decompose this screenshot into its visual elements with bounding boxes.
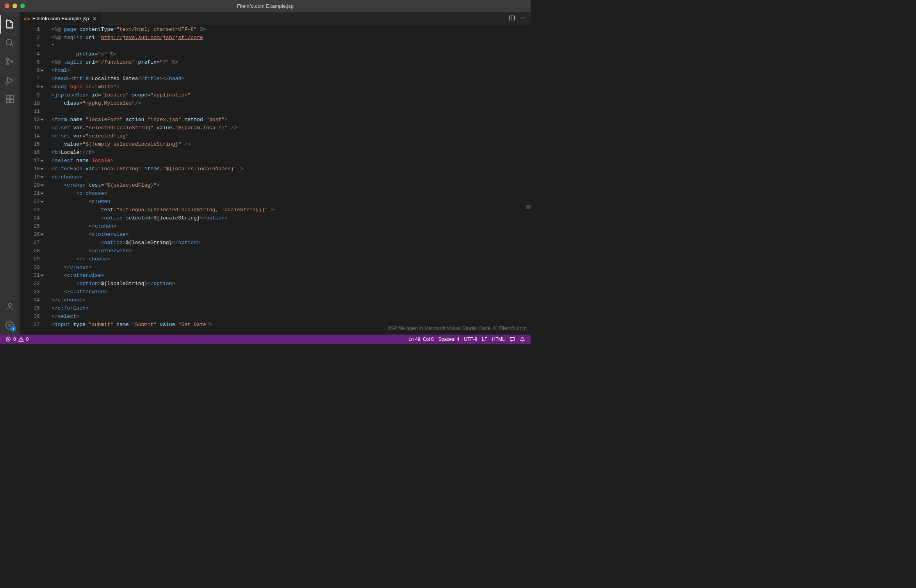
svg-point-18: [522, 17, 524, 18]
line-number-gutter: 1234567891011121314151617181920212223242…: [20, 25, 45, 335]
titlebar: FileInfo.com Example.jsp: [0, 0, 531, 12]
run-debug-icon[interactable]: [0, 71, 19, 90]
status-bar: 0 0 Ln 49, Col 8 Spaces: 4 UTF-8 LF HTML: [0, 335, 531, 344]
tab-label: FileInfo.com Example.jsp: [32, 16, 89, 21]
editor-actions: [509, 12, 531, 25]
activity-bar: 1: [0, 12, 20, 335]
svg-point-19: [524, 17, 526, 18]
fold-chevron-icon[interactable]: [40, 190, 45, 198]
status-indentation[interactable]: Spaces: 4: [436, 335, 462, 344]
minimize-window-button[interactable]: [12, 4, 17, 8]
fold-chevron-icon[interactable]: [40, 231, 45, 239]
status-warnings-count: 0: [26, 337, 29, 342]
status-cursor-position[interactable]: Ln 49, Col 8: [406, 335, 436, 344]
code-editor[interactable]: 1234567891011121314151617181920212223242…: [20, 25, 531, 335]
editor-tabs: <> FileInfo.com Example.jsp: [20, 12, 531, 25]
fold-chevron-icon[interactable]: [40, 67, 45, 75]
fold-chevron-icon[interactable]: [40, 84, 45, 92]
svg-rect-10: [10, 96, 13, 99]
status-problems[interactable]: 0 0: [3, 335, 31, 344]
settings-badge: 1: [11, 326, 16, 331]
fold-chevron-icon[interactable]: [40, 182, 45, 190]
svg-point-12: [9, 324, 11, 326]
fold-chevron-icon[interactable]: [40, 157, 45, 166]
settings-gear-icon[interactable]: 1: [0, 316, 19, 335]
close-window-button[interactable]: [5, 4, 9, 8]
status-eol[interactable]: LF: [479, 335, 490, 344]
fold-chevron-icon[interactable]: [40, 198, 45, 207]
watermark-text: JSP file open in Microsoft Visual Studio…: [387, 324, 527, 332]
accounts-icon[interactable]: [0, 297, 19, 316]
source-control-icon[interactable]: [0, 52, 19, 71]
fold-chevron-icon[interactable]: [40, 174, 45, 182]
status-notifications-icon[interactable]: [517, 335, 528, 344]
status-encoding[interactable]: UTF-8: [462, 335, 479, 344]
explorer-icon[interactable]: [0, 15, 19, 34]
svg-point-24: [21, 340, 21, 341]
editor-group: <> FileInfo.com Example.jsp 123456789101…: [20, 12, 531, 335]
fold-chevron-icon[interactable]: [40, 272, 45, 280]
status-language-mode[interactable]: HTML: [490, 335, 507, 344]
fold-chevron-icon[interactable]: [40, 166, 45, 174]
window-controls: [0, 4, 25, 8]
svg-point-3: [7, 63, 9, 65]
status-feedback-icon[interactable]: [507, 335, 517, 344]
svg-rect-7: [6, 96, 9, 99]
svg-point-6: [6, 82, 8, 84]
window-title: FileInfo.com Example.jsp: [237, 3, 294, 9]
svg-point-17: [520, 17, 522, 18]
svg-rect-8: [6, 100, 9, 103]
zoom-window-button[interactable]: [20, 4, 25, 8]
close-tab-icon[interactable]: [91, 16, 98, 22]
split-editor-icon[interactable]: [509, 15, 515, 23]
code-content[interactable]: <%@ page contentType="text/html; charset…: [45, 25, 525, 335]
status-errors-count: 0: [13, 337, 16, 342]
svg-line-1: [11, 44, 13, 46]
search-icon[interactable]: [0, 34, 19, 52]
minimap[interactable]: [525, 25, 531, 335]
svg-rect-9: [10, 100, 13, 103]
more-actions-icon[interactable]: [520, 15, 526, 23]
svg-point-11: [8, 303, 11, 306]
svg-point-4: [11, 61, 13, 63]
extensions-icon[interactable]: [0, 90, 19, 109]
svg-point-2: [7, 59, 9, 61]
svg-point-0: [6, 39, 12, 45]
tab-fileinfo-example-jsp[interactable]: <> FileInfo.com Example.jsp: [20, 12, 102, 25]
jsp-file-icon: <>: [23, 16, 30, 22]
fold-chevron-icon[interactable]: [40, 116, 45, 125]
